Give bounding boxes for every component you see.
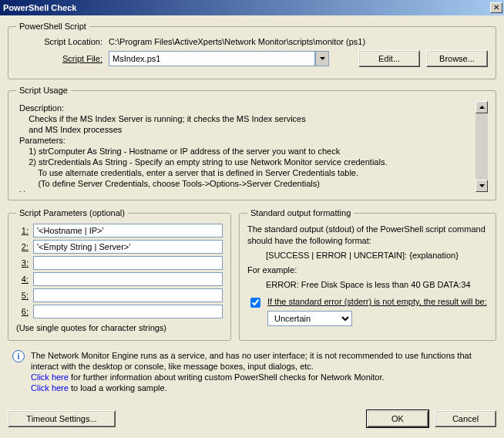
param-input-5[interactable] (33, 288, 223, 302)
param-input-1[interactable] (33, 224, 223, 238)
standard-output-group: Standard output formatting The standard … (239, 208, 496, 341)
browse-button[interactable]: Browse... (426, 50, 488, 67)
script-file-dropdown-button[interactable] (315, 51, 329, 66)
chevron-down-icon (320, 57, 325, 60)
stdout-example-label: For example: (247, 264, 488, 276)
param-input-4[interactable] (33, 272, 223, 286)
script-location-label: Script Location: (16, 37, 109, 46)
close-button[interactable]: ✕ (490, 2, 502, 13)
script-usage-legend: Script Usage (16, 86, 71, 95)
titlebar: PowerShell Check ✕ (0, 0, 504, 15)
stdout-desc: The standard output (stdout) of the Powe… (247, 224, 488, 247)
info-icon: i (12, 350, 25, 362)
stderr-label: If the standard error (stderr) is not em… (267, 297, 487, 306)
cancel-button[interactable]: Cancel (435, 410, 496, 427)
param-row-1: 1: (16, 224, 223, 238)
scroll-down-button[interactable] (475, 180, 488, 192)
edit-button[interactable]: Edit... (358, 50, 420, 67)
param-row-2: 2: (16, 240, 223, 254)
script-parameters-group: Script Parameters (optional) 1: 2: 3: 4:… (8, 208, 231, 341)
powershell-script-group: PowerShell Script Script Location: C:\Pr… (8, 22, 496, 79)
usage-scrollbar[interactable] (475, 101, 488, 192)
param-row-3: 3: (16, 256, 223, 270)
script-file-input[interactable] (109, 51, 315, 66)
param-input-3[interactable] (33, 256, 223, 270)
script-location-value: C:\Program Files\ActiveXperts\Network Mo… (109, 37, 488, 46)
info-link-2[interactable]: Click here (31, 383, 69, 393)
stderr-checkbox[interactable] (250, 298, 260, 308)
timeout-settings-button[interactable]: Timeout Settings... (8, 410, 116, 427)
stdout-format: [SUCCESS | ERROR | UNCERTAIN]: {explanat… (247, 250, 488, 261)
chevron-down-icon (479, 184, 485, 187)
param-input-2[interactable] (33, 240, 223, 254)
window-title: PowerShell Check (3, 3, 76, 12)
svg-marker-1 (479, 106, 485, 109)
param-row-6: 6: (16, 305, 223, 318)
stderr-result-select[interactable]: Uncertain (267, 311, 352, 326)
usage-text: Description: Checks if the MS Index Serv… (19, 103, 485, 192)
param-input-6[interactable] (33, 305, 223, 318)
script-usage-group: Script Usage Description: Checks if the … (8, 86, 496, 200)
chevron-up-icon (479, 106, 485, 109)
params-hint: (Use single quotes for character strings… (16, 323, 223, 332)
param-row-4: 4: (16, 272, 223, 286)
svg-marker-0 (320, 57, 325, 60)
notes-text: The Network Monitor Engine runs as a ser… (31, 350, 492, 393)
svg-marker-2 (479, 184, 485, 187)
ok-button[interactable]: OK (367, 410, 428, 427)
powershell-script-legend: PowerShell Script (16, 22, 89, 31)
script-file-label: Script File: (16, 54, 109, 63)
standard-output-legend: Standard output formatting (247, 208, 354, 217)
info-link-1[interactable]: Click here (31, 372, 69, 382)
script-parameters-legend: Script Parameters (optional) (16, 208, 128, 217)
param-row-5: 5: (16, 288, 223, 302)
stdout-example: ERROR: Free Disk Space is less than 40 G… (247, 279, 488, 291)
scroll-up-button[interactable] (475, 101, 488, 113)
